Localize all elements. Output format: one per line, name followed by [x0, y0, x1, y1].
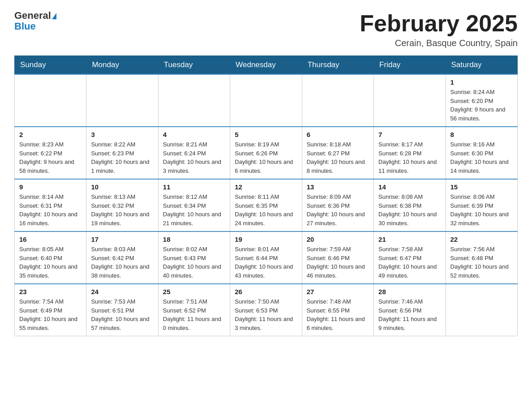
day-info: Sunrise: 7:53 AM Sunset: 6:51 PM Dayligh… — [91, 297, 153, 332]
day-cell: 28Sunrise: 7:46 AM Sunset: 6:56 PM Dayli… — [374, 284, 446, 336]
title-block: February 2025 Cerain, Basque Country, Sp… — [360, 11, 518, 48]
day-number: 10 — [91, 183, 153, 191]
day-info: Sunrise: 7:54 AM Sunset: 6:49 PM Dayligh… — [19, 297, 82, 332]
day-info: Sunrise: 8:02 AM Sunset: 6:43 PM Dayligh… — [163, 245, 225, 280]
day-cell: 27Sunrise: 7:48 AM Sunset: 6:55 PM Dayli… — [302, 284, 373, 336]
day-info: Sunrise: 8:23 AM Sunset: 6:22 PM Dayligh… — [19, 140, 82, 175]
day-cell: 18Sunrise: 8:02 AM Sunset: 6:43 PM Dayli… — [158, 231, 230, 284]
day-cell — [446, 284, 517, 336]
day-number: 4 — [163, 131, 225, 138]
day-info: Sunrise: 8:17 AM Sunset: 6:28 PM Dayligh… — [378, 140, 441, 175]
logo-general-text: General — [14, 11, 56, 21]
day-number: 12 — [235, 183, 297, 191]
day-number: 26 — [235, 288, 297, 295]
calendar-table: SundayMondayTuesdayWednesdayThursdayFrid… — [14, 56, 518, 336]
weekday-header-saturday: Saturday — [446, 56, 517, 75]
week-row-3: 9Sunrise: 8:14 AM Sunset: 6:31 PM Daylig… — [15, 179, 518, 231]
day-number: 24 — [91, 288, 153, 295]
day-number: 13 — [307, 183, 369, 191]
day-number: 7 — [378, 131, 441, 138]
day-number: 15 — [450, 183, 513, 191]
day-number: 21 — [378, 235, 441, 243]
day-cell — [15, 74, 86, 127]
logo-blue-text: Blue — [14, 21, 36, 32]
day-cell: 19Sunrise: 8:01 AM Sunset: 6:44 PM Dayli… — [230, 231, 302, 284]
day-info: Sunrise: 7:59 AM Sunset: 6:46 PM Dayligh… — [307, 245, 369, 280]
week-row-1: 1Sunrise: 8:24 AM Sunset: 6:20 PM Daylig… — [15, 74, 518, 127]
day-info: Sunrise: 7:50 AM Sunset: 6:53 PM Dayligh… — [235, 297, 297, 332]
day-info: Sunrise: 8:11 AM Sunset: 6:35 PM Dayligh… — [235, 193, 297, 227]
day-info: Sunrise: 8:05 AM Sunset: 6:40 PM Dayligh… — [19, 245, 82, 280]
day-number: 28 — [378, 288, 441, 295]
day-number: 18 — [163, 235, 225, 243]
day-cell — [302, 74, 373, 127]
weekday-header-monday: Monday — [86, 56, 158, 75]
day-number: 8 — [450, 131, 513, 138]
day-info: Sunrise: 7:51 AM Sunset: 6:52 PM Dayligh… — [163, 297, 225, 332]
weekday-header-tuesday: Tuesday — [158, 56, 230, 75]
day-cell: 21Sunrise: 7:58 AM Sunset: 6:47 PM Dayli… — [374, 231, 446, 284]
day-cell: 22Sunrise: 7:56 AM Sunset: 6:48 PM Dayli… — [446, 231, 517, 284]
week-row-5: 23Sunrise: 7:54 AM Sunset: 6:49 PM Dayli… — [15, 284, 518, 336]
day-number: 17 — [91, 235, 153, 243]
day-cell — [158, 74, 230, 127]
day-number: 16 — [19, 235, 82, 243]
day-cell: 23Sunrise: 7:54 AM Sunset: 6:49 PM Dayli… — [15, 284, 86, 336]
day-number: 23 — [19, 288, 82, 295]
day-cell: 10Sunrise: 8:13 AM Sunset: 6:32 PM Dayli… — [86, 179, 158, 231]
day-cell — [374, 74, 446, 127]
day-number: 14 — [378, 183, 441, 191]
day-number: 6 — [307, 131, 369, 138]
day-info: Sunrise: 8:03 AM Sunset: 6:42 PM Dayligh… — [91, 245, 153, 280]
day-number: 27 — [307, 288, 369, 295]
location-text: Cerain, Basque Country, Spain — [360, 38, 518, 48]
logo-triangle-icon — [52, 13, 56, 19]
day-cell: 2Sunrise: 8:23 AM Sunset: 6:22 PM Daylig… — [15, 127, 86, 179]
day-number: 11 — [163, 183, 225, 191]
day-info: Sunrise: 8:12 AM Sunset: 6:34 PM Dayligh… — [163, 193, 225, 227]
day-cell: 16Sunrise: 8:05 AM Sunset: 6:40 PM Dayli… — [15, 231, 86, 284]
weekday-header-thursday: Thursday — [302, 56, 373, 75]
day-cell: 3Sunrise: 8:22 AM Sunset: 6:23 PM Daylig… — [86, 127, 158, 179]
day-number: 2 — [19, 131, 82, 138]
day-cell: 8Sunrise: 8:16 AM Sunset: 6:30 PM Daylig… — [446, 127, 517, 179]
day-cell: 12Sunrise: 8:11 AM Sunset: 6:35 PM Dayli… — [230, 179, 302, 231]
day-info: Sunrise: 8:22 AM Sunset: 6:23 PM Dayligh… — [91, 140, 153, 175]
day-info: Sunrise: 8:16 AM Sunset: 6:30 PM Dayligh… — [450, 140, 513, 175]
day-cell: 15Sunrise: 8:06 AM Sunset: 6:39 PM Dayli… — [446, 179, 517, 231]
week-row-4: 16Sunrise: 8:05 AM Sunset: 6:40 PM Dayli… — [15, 231, 518, 284]
week-row-2: 2Sunrise: 8:23 AM Sunset: 6:22 PM Daylig… — [15, 127, 518, 179]
day-info: Sunrise: 7:56 AM Sunset: 6:48 PM Dayligh… — [450, 245, 513, 280]
day-number: 22 — [450, 235, 513, 243]
day-cell: 24Sunrise: 7:53 AM Sunset: 6:51 PM Dayli… — [86, 284, 158, 336]
day-cell — [230, 74, 302, 127]
day-cell: 7Sunrise: 8:17 AM Sunset: 6:28 PM Daylig… — [374, 127, 446, 179]
day-cell: 6Sunrise: 8:18 AM Sunset: 6:27 PM Daylig… — [302, 127, 373, 179]
day-info: Sunrise: 8:14 AM Sunset: 6:31 PM Dayligh… — [19, 193, 82, 227]
day-cell: 13Sunrise: 8:09 AM Sunset: 6:36 PM Dayli… — [302, 179, 373, 231]
month-title: February 2025 — [360, 11, 518, 36]
day-number: 9 — [19, 183, 82, 191]
weekday-header-row: SundayMondayTuesdayWednesdayThursdayFrid… — [15, 56, 518, 75]
day-number: 25 — [163, 288, 225, 295]
day-info: Sunrise: 8:08 AM Sunset: 6:38 PM Dayligh… — [378, 193, 441, 227]
day-cell: 9Sunrise: 8:14 AM Sunset: 6:31 PM Daylig… — [15, 179, 86, 231]
day-info: Sunrise: 7:48 AM Sunset: 6:55 PM Dayligh… — [307, 297, 369, 332]
logo: General Blue — [14, 11, 56, 32]
page-header: General Blue February 2025 Cerain, Basqu… — [14, 11, 518, 48]
day-number: 5 — [235, 131, 297, 138]
day-cell: 26Sunrise: 7:50 AM Sunset: 6:53 PM Dayli… — [230, 284, 302, 336]
day-info: Sunrise: 8:18 AM Sunset: 6:27 PM Dayligh… — [307, 140, 369, 175]
day-info: Sunrise: 8:13 AM Sunset: 6:32 PM Dayligh… — [91, 193, 153, 227]
day-number: 3 — [91, 131, 153, 138]
day-cell: 11Sunrise: 8:12 AM Sunset: 6:34 PM Dayli… — [158, 179, 230, 231]
day-info: Sunrise: 8:21 AM Sunset: 6:24 PM Dayligh… — [163, 140, 225, 175]
day-info: Sunrise: 7:58 AM Sunset: 6:47 PM Dayligh… — [378, 245, 441, 280]
weekday-header-friday: Friday — [374, 56, 446, 75]
day-cell — [86, 74, 158, 127]
day-cell: 17Sunrise: 8:03 AM Sunset: 6:42 PM Dayli… — [86, 231, 158, 284]
day-number: 1 — [450, 78, 513, 86]
day-cell: 5Sunrise: 8:19 AM Sunset: 6:26 PM Daylig… — [230, 127, 302, 179]
weekday-header-wednesday: Wednesday — [230, 56, 302, 75]
day-number: 20 — [307, 235, 369, 243]
